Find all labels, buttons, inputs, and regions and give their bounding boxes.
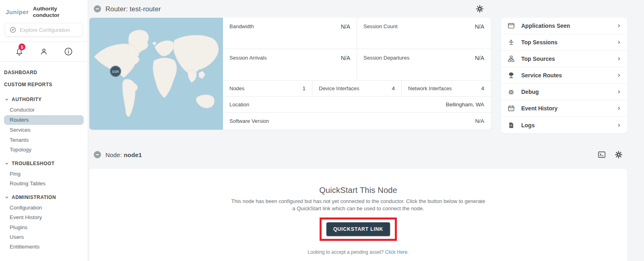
router-stats-grid: Bandwidth N/A Session Count N/A Session …: [223, 18, 491, 130]
chevron-down-icon: [5, 195, 9, 199]
chevron-right-icon: [617, 123, 621, 128]
quickstart-link-button[interactable]: QUICKSTART LINK: [326, 222, 390, 236]
stat-label: Location: [229, 102, 249, 108]
top-sessions-icon: [507, 38, 515, 46]
sidebar-item-custom-reports[interactable]: CUSTOM REPORTS: [0, 79, 88, 91]
quickstart-card: QuickStart This Node This node has been …: [89, 169, 627, 261]
sidebar-item-services[interactable]: Services: [0, 125, 88, 135]
quickstart-line2: a QuickStart link which can be used to c…: [292, 205, 424, 211]
stat-value: 1: [302, 85, 305, 91]
sidebar-item-users[interactable]: Users: [0, 232, 88, 242]
panel-label: Logs: [521, 122, 611, 128]
gear-icon[interactable]: [614, 150, 623, 159]
panel-label: Applications Seen: [521, 23, 611, 29]
terminal-icon[interactable]: [597, 150, 606, 159]
section-label: AUTHORITY: [12, 97, 42, 102]
chevron-right-icon: [617, 56, 621, 61]
info-button[interactable]: [63, 46, 74, 57]
stat-bandwidth: Bandwidth N/A: [223, 18, 357, 49]
main-content: Router: test-router: [88, 0, 644, 261]
pending-asset-link[interactable]: Click Here.: [385, 249, 409, 255]
stat-label: Nodes: [229, 85, 245, 91]
stat-value: 4: [392, 85, 395, 91]
product-line1: Authority: [33, 6, 57, 12]
pending-asset-text: Looking to accept a pending asset?: [308, 249, 384, 255]
node-title: Node: node1: [105, 151, 142, 158]
quickstart-heading: QuickStart This Node: [89, 186, 627, 195]
stat-value: N/A: [475, 118, 484, 124]
stat-value: N/A: [341, 23, 350, 30]
sidebar-item-event-history[interactable]: Event History: [0, 213, 88, 222]
panel-label: Service Routes: [521, 72, 611, 79]
quickstart-line1: This node has been configured but has no…: [231, 198, 485, 204]
panel-item-service-routes[interactable]: Service Routes: [501, 67, 627, 84]
stat-value: Bellingham, WA: [446, 102, 484, 108]
pending-asset-footer: Looking to accept a pending asset? Click…: [89, 249, 627, 255]
sidebar-item-entitlements[interactable]: Entitlements: [0, 242, 88, 252]
panel-item-logs[interactable]: Logs: [501, 117, 627, 133]
stat-network-interfaces: Network Interfaces 4: [402, 81, 491, 96]
panel-item-debug[interactable]: Debug: [501, 84, 627, 100]
stat-value: N/A: [341, 55, 350, 61]
stat-value: 4: [481, 85, 484, 91]
collapse-icon[interactable]: [94, 151, 101, 158]
user-button[interactable]: [39, 46, 49, 57]
highlight-annotation-box: QUICKSTART LINK: [320, 218, 397, 241]
router-title-name: test-router: [130, 5, 161, 12]
stat-session-count: Session Count N/A: [357, 18, 491, 49]
search-input[interactable]: [20, 27, 76, 33]
explore-configuration-search[interactable]: [5, 23, 83, 37]
stat-label: Session Count: [363, 23, 398, 29]
product-name: Authority conductor: [33, 6, 60, 18]
product-line2: conductor: [33, 12, 60, 18]
ssr-marker[interactable]: SSR: [110, 66, 121, 77]
node-section-header: Node: node1: [89, 146, 627, 164]
stat-label: Device Interfaces: [319, 85, 359, 91]
stat-software-version: Software Version N/A: [223, 113, 491, 129]
notifications-button[interactable]: 5: [14, 46, 25, 57]
stat-value: N/A: [475, 23, 484, 30]
info-icon: [64, 47, 73, 56]
quickstart-description: This node has been configured but has no…: [89, 198, 627, 212]
gear-icon[interactable]: [475, 4, 484, 13]
sidebar-item-conductor[interactable]: Conductor: [0, 105, 88, 115]
sidebar-item-ping[interactable]: Ping: [0, 169, 88, 179]
sidebar-section-troubleshoot[interactable]: TROUBLESHOOT: [0, 158, 88, 169]
stat-nodes: Nodes 1: [223, 81, 312, 96]
router-location-map[interactable]: SSR: [89, 18, 223, 130]
chevron-right-icon: [617, 73, 621, 78]
stat-label: Bandwidth: [229, 23, 254, 29]
sidebar-item-configuration[interactable]: Configuration: [0, 203, 88, 213]
document-icon: [507, 121, 515, 129]
panel-label: Top Sources: [521, 56, 611, 62]
chevron-right-icon: [617, 106, 621, 111]
juniper-logo: Juniper: [6, 8, 29, 15]
panel-label: Event History: [521, 105, 611, 112]
panel-item-applications-seen[interactable]: Applications Seen: [501, 18, 627, 34]
router-tools-panel: Applications Seen Top Sessions: [501, 18, 627, 133]
panel-item-top-sources[interactable]: Top Sources: [501, 51, 627, 67]
sidebar-item-plugins[interactable]: Plugins: [0, 223, 88, 232]
sidebar-section-authority[interactable]: AUTHORITY: [0, 94, 88, 105]
route-box-icon: [507, 71, 515, 79]
panel-label: Top Sessions: [521, 39, 611, 46]
sidebar-item-topology[interactable]: Topology: [0, 145, 88, 155]
collapse-icon[interactable]: [94, 5, 101, 12]
sidebar-item-tenants[interactable]: Tenants: [0, 135, 88, 145]
chevron-down-icon: [5, 162, 9, 166]
network-tree-icon: [507, 55, 515, 63]
panel-item-top-sessions[interactable]: Top Sessions: [501, 34, 627, 51]
sidebar-item-routers[interactable]: Routers: [4, 115, 84, 125]
stat-device-interfaces: Device Interfaces 4: [312, 81, 402, 96]
sidebar-section-administration[interactable]: ADMINISTRATION: [0, 192, 88, 203]
chevron-right-icon: [617, 23, 621, 28]
panel-item-event-history[interactable]: Event History: [501, 100, 627, 117]
sidebar: Juniper Authority conductor 5: [0, 0, 88, 261]
calendar-icon: [507, 104, 515, 112]
section-label: ADMINISTRATION: [12, 195, 56, 200]
node-title-name: node1: [124, 151, 142, 158]
window-icon: [507, 22, 515, 30]
sidebar-item-dashboard[interactable]: DASHBOARD: [0, 66, 88, 79]
sidebar-item-routing-tables[interactable]: Routing Tables: [0, 179, 88, 188]
section-label: TROUBLESHOOT: [12, 161, 55, 166]
